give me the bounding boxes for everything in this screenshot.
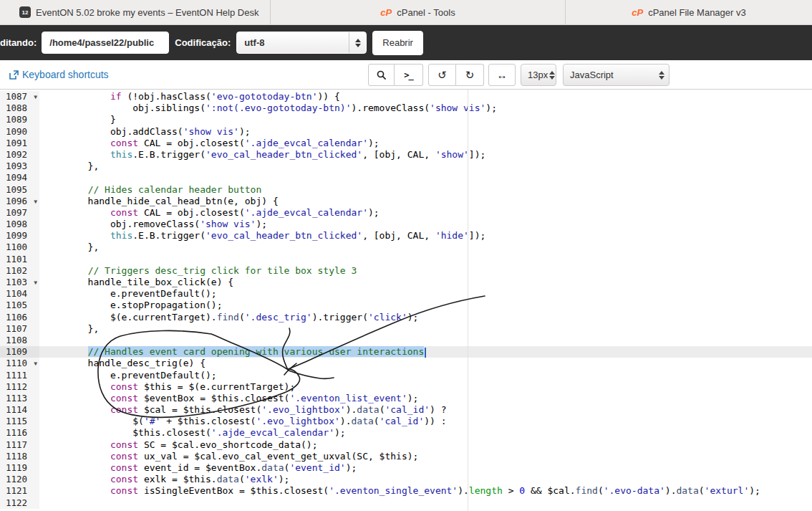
gutter-line-number[interactable]: 1111 xyxy=(0,370,39,381)
gutter-line-number[interactable]: 1122 xyxy=(0,497,39,509)
reopen-button[interactable]: Reabrir xyxy=(372,31,423,55)
code-line[interactable]: 1119 const event_id = $eventBox.data('ev… xyxy=(0,462,812,474)
code-line[interactable]: 1116 $this.closest('.ajde_evcal_calendar… xyxy=(0,427,812,439)
code-line[interactable]: 1115 $('#' + $this.closest('.evo_lightbo… xyxy=(0,416,812,427)
gutter-line-number[interactable]: 1090 xyxy=(0,126,39,138)
gutter-line-number[interactable]: 1087▼ xyxy=(0,91,39,102)
fold-arrow-icon[interactable]: ▼ xyxy=(34,358,37,370)
gutter-line-number[interactable]: 1093 xyxy=(0,161,39,172)
gutter-line-number[interactable]: 1100 xyxy=(0,242,39,253)
code-line[interactable]: 1092 this.E.B.trigger('evo_cal_header_bt… xyxy=(0,149,812,161)
gutter-line-number[interactable]: 1091 xyxy=(0,138,39,149)
code-line[interactable]: 1108 xyxy=(0,335,812,346)
code-line[interactable]: 1088 obj.siblings(':not(.evo-gototoday-b… xyxy=(0,102,812,114)
code-line[interactable]: 1117 const SC = $cal.evo_shortcode_data(… xyxy=(0,439,812,451)
syntax-mode-select[interactable]: JavaScript xyxy=(563,64,670,86)
code-text: handle_tile_box_click(e) { xyxy=(43,277,233,288)
gutter-line-number[interactable]: 1106 xyxy=(0,312,39,323)
undo-button[interactable]: ↺ xyxy=(428,64,456,86)
code-line[interactable]: 1107 }, xyxy=(0,323,812,335)
code-line[interactable]: 1120 const exlk = $this.data('exlk'); xyxy=(0,474,812,485)
font-size-select[interactable]: 13px xyxy=(521,64,556,86)
gutter-line-number[interactable]: 1113 xyxy=(0,393,39,404)
gutter-line-number[interactable]: 1095 xyxy=(0,184,39,196)
code-line[interactable]: 1109 // Handles event card opening with … xyxy=(0,346,812,358)
gutter-line-number[interactable]: 1104 xyxy=(0,288,39,300)
code-line[interactable]: 1090 obj.addClass('show vis'); xyxy=(0,126,812,138)
code-line[interactable]: 1100 }, xyxy=(0,242,812,253)
gutter-line-number[interactable]: 1097 xyxy=(0,207,39,219)
gutter-line-number[interactable]: 1088 xyxy=(0,102,39,114)
fold-arrow-icon[interactable]: ▼ xyxy=(34,196,37,208)
redo-button[interactable]: ↻ xyxy=(456,64,484,86)
encoding-select[interactable]: utf-8 xyxy=(236,32,367,54)
gutter-line-number[interactable]: 1114 xyxy=(0,404,39,416)
code-text: const CAL = obj.closest('.ajde_evcal_cal… xyxy=(43,138,380,149)
keyboard-shortcuts-link[interactable]: Keyboard shortcuts xyxy=(9,69,109,80)
browser-tab-eventon[interactable]: 12 EventON 5.02 broke my events – EventO… xyxy=(0,0,271,24)
gutter-line-number[interactable]: 1108 xyxy=(0,335,39,346)
code-line[interactable]: 1096▼ handle_hide_cal_head_btn(e, obj) { xyxy=(0,196,812,207)
code-line[interactable]: 1098 obj.removeClass('show vis'); xyxy=(0,219,812,230)
code-text: const isSingleEventBox = $this.closest('… xyxy=(43,485,760,497)
search-button[interactable] xyxy=(368,64,395,86)
code-text: }, xyxy=(43,161,99,172)
code-line[interactable]: 1102 // Triggers desc_trig click for til… xyxy=(0,265,812,277)
browser-tab-cpanel-tools[interactable]: cP cPanel - Tools xyxy=(271,0,566,24)
code-text: e.preventDefault(); xyxy=(43,370,217,381)
magnifier-icon xyxy=(377,70,387,80)
code-line[interactable]: 1097 const CAL = obj.closest('.ajde_evca… xyxy=(0,207,812,219)
code-line[interactable]: 1106 $(e.currentTarget).find('.desc_trig… xyxy=(0,312,812,323)
code-line[interactable]: 1094 xyxy=(0,172,812,183)
code-line[interactable]: 1103▼ handle_tile_box_click(e) { xyxy=(0,277,812,288)
gutter-line-number[interactable]: 1102 xyxy=(0,265,39,277)
word-wrap-button[interactable]: ↔ xyxy=(488,64,516,86)
code-line[interactable]: 1114 const $cal = $this.closest('.evo_li… xyxy=(0,404,812,416)
code-line[interactable]: 1105 e.stopPropagation(); xyxy=(0,300,812,311)
gutter-line-number[interactable]: 1096▼ xyxy=(0,196,39,207)
fold-arrow-icon[interactable]: ▼ xyxy=(34,92,37,103)
gutter-line-number[interactable]: 1107 xyxy=(0,323,39,335)
code-line[interactable]: 1110▼ handle_desc_trig(e) { xyxy=(0,358,812,369)
code-line[interactable]: 1112 const $this = $(e.currentTarget); xyxy=(0,381,812,393)
gutter-line-number[interactable]: 1092 xyxy=(0,149,39,161)
code-line[interactable]: 1093 }, xyxy=(0,161,812,172)
font-size-value: 13px xyxy=(521,70,548,80)
gutter-line-number[interactable]: 1121 xyxy=(0,485,39,497)
gutter-line-number[interactable]: 1098 xyxy=(0,219,39,230)
gutter-line-number[interactable]: 1118 xyxy=(0,451,39,462)
gutter-line-number[interactable]: 1120 xyxy=(0,474,39,485)
gutter-line-number[interactable]: 1089 xyxy=(0,114,39,125)
code-text: // Triggers desc_trig click for tile box… xyxy=(43,265,357,277)
gutter-line-number[interactable]: 1094 xyxy=(0,172,39,183)
code-line[interactable]: 1095 // Hides calendar header button xyxy=(0,184,812,196)
gutter-line-number[interactable]: 1112 xyxy=(0,381,39,393)
code-line[interactable]: 1101 xyxy=(0,254,812,265)
gutter-line-number[interactable]: 1103▼ xyxy=(0,277,39,288)
browser-tab-file-manager[interactable]: cP cPanel File Manager v3 xyxy=(566,0,812,24)
code-line[interactable]: 1099 this.E.B.trigger('evo_cal_header_bt… xyxy=(0,230,812,242)
code-line[interactable]: 1121 const isSingleEventBox = $this.clos… xyxy=(0,485,812,497)
gutter-line-number[interactable]: 1115 xyxy=(0,416,39,427)
fold-arrow-icon[interactable]: ▼ xyxy=(34,277,37,289)
code-line[interactable]: 1111 e.preventDefault(); xyxy=(0,370,812,381)
gutter-line-number[interactable]: 1101 xyxy=(0,254,39,265)
code-text: $(e.currentTarget).find('.desc_trig').tr… xyxy=(43,312,418,323)
code-line[interactable]: 1104 e.preventDefault(); xyxy=(0,288,812,300)
gutter-line-number[interactable]: 1119 xyxy=(0,462,39,474)
gutter-line-number[interactable]: 1116 xyxy=(0,427,39,439)
code-line[interactable]: 1091 const CAL = obj.closest('.ajde_evca… xyxy=(0,138,812,149)
gutter-line-number[interactable]: 1117 xyxy=(0,439,39,451)
gutter-line-number[interactable]: 1099 xyxy=(0,230,39,242)
code-line[interactable]: 1122 xyxy=(0,497,812,509)
goto-terminal-button[interactable]: >_ xyxy=(395,64,423,86)
editing-label: ditando: xyxy=(0,37,37,48)
gutter-line-number[interactable]: 1109 xyxy=(0,346,39,358)
code-line[interactable]: 1089 } xyxy=(0,114,812,125)
code-line[interactable]: 1113 const $eventBox = $this.closest('.e… xyxy=(0,393,812,404)
code-line[interactable]: 1118 const ux_val = $cal.evo_cal_event_g… xyxy=(0,451,812,462)
code-line[interactable]: 1087▼ if (!obj.hasClass('evo-gototoday-b… xyxy=(0,91,812,102)
gutter-line-number[interactable]: 1105 xyxy=(0,300,39,311)
code-editor[interactable]: 1087▼ if (!obj.hasClass('evo-gototoday-b… xyxy=(0,90,812,511)
gutter-line-number[interactable]: 1110▼ xyxy=(0,358,39,369)
